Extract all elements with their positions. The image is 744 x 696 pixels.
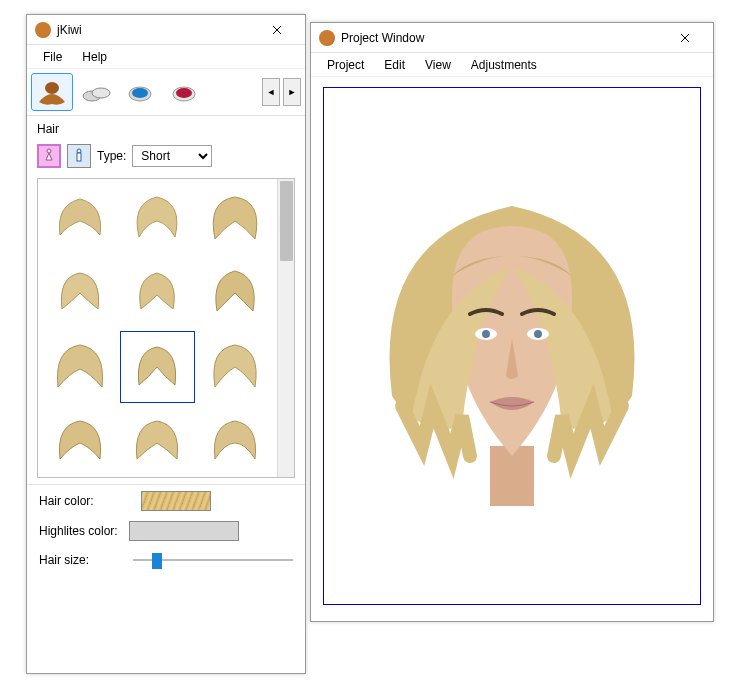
- menu-adjustments[interactable]: Adjustments: [463, 56, 545, 74]
- toolbar-next[interactable]: ►: [283, 78, 301, 106]
- type-label: Type:: [97, 149, 126, 163]
- hair-style-7[interactable]: [42, 331, 118, 403]
- lipstick-icon: [167, 78, 201, 106]
- hair-gallery: [37, 178, 295, 478]
- scroll-thumb[interactable]: [280, 181, 293, 261]
- hair-style-3[interactable]: [197, 183, 273, 255]
- hair-color-swatch[interactable]: [141, 491, 211, 511]
- jkiwi-window: jKiwi File Help: [26, 14, 306, 674]
- hair-color-label: Hair color:: [39, 494, 129, 508]
- gender-female-button[interactable]: [37, 144, 61, 168]
- category-toolbar: ◄ ►: [27, 69, 305, 116]
- tab-hair[interactable]: [31, 73, 73, 111]
- menubar: Project Edit View Adjustments: [311, 53, 713, 77]
- project-window: Project Window Project Edit View Adjustm…: [310, 22, 714, 622]
- eyeshadow-icon: [123, 78, 157, 106]
- app-icon: [319, 30, 335, 46]
- close-button[interactable]: [665, 24, 705, 52]
- slider-thumb[interactable]: [152, 553, 162, 569]
- gender-male-button[interactable]: [67, 144, 91, 168]
- hair-style-8[interactable]: [120, 331, 196, 403]
- highlights-label: Highlites color:: [39, 524, 129, 538]
- menu-project[interactable]: Project: [319, 56, 372, 74]
- svg-point-12: [482, 330, 490, 338]
- svg-point-6: [176, 88, 192, 98]
- hair-style-10[interactable]: [42, 405, 118, 477]
- menu-help[interactable]: Help: [74, 48, 115, 66]
- hair-size-label: Hair size:: [39, 553, 123, 567]
- svg-point-0: [45, 82, 59, 94]
- close-button[interactable]: [257, 16, 297, 44]
- model-preview: [352, 166, 672, 526]
- svg-rect-9: [77, 153, 81, 161]
- titlebar: jKiwi: [27, 15, 305, 45]
- gallery-scrollbar[interactable]: [277, 179, 294, 477]
- hair-style-9[interactable]: [197, 331, 273, 403]
- hair-properties: Hair color: Highlites color: Hair size:: [27, 484, 305, 575]
- titlebar: Project Window: [311, 23, 713, 53]
- section-title: Hair: [27, 116, 305, 138]
- tab-eyeshadow[interactable]: [119, 73, 161, 111]
- menu-view[interactable]: View: [417, 56, 459, 74]
- svg-point-2: [92, 88, 110, 98]
- hair-style-4[interactable]: [42, 257, 118, 329]
- compact-icon: [79, 78, 113, 106]
- svg-point-14: [534, 330, 542, 338]
- hair-bun-icon: [35, 78, 69, 106]
- gender-type-row: Type: Short: [27, 138, 305, 174]
- hair-style-5[interactable]: [120, 257, 196, 329]
- svg-point-4: [132, 88, 148, 98]
- hair-style-1[interactable]: [42, 183, 118, 255]
- male-icon: [73, 148, 85, 164]
- window-title: jKiwi: [57, 23, 257, 37]
- female-icon: [43, 148, 55, 164]
- hair-style-2[interactable]: [120, 183, 196, 255]
- menu-file[interactable]: File: [35, 48, 70, 66]
- toolbar-prev[interactable]: ◄: [262, 78, 280, 106]
- menubar: File Help: [27, 45, 305, 69]
- tab-accessories[interactable]: [75, 73, 117, 111]
- hair-style-6[interactable]: [197, 257, 273, 329]
- hair-style-12[interactable]: [197, 405, 273, 477]
- preview-canvas[interactable]: [323, 87, 701, 605]
- svg-point-8: [77, 149, 81, 153]
- window-title: Project Window: [341, 31, 665, 45]
- hair-size-slider[interactable]: [133, 551, 293, 569]
- app-icon: [35, 22, 51, 38]
- menu-edit[interactable]: Edit: [376, 56, 413, 74]
- tab-lipstick[interactable]: [163, 73, 205, 111]
- hair-type-select[interactable]: Short: [132, 145, 212, 167]
- hair-style-11[interactable]: [120, 405, 196, 477]
- highlights-color-swatch[interactable]: [129, 521, 239, 541]
